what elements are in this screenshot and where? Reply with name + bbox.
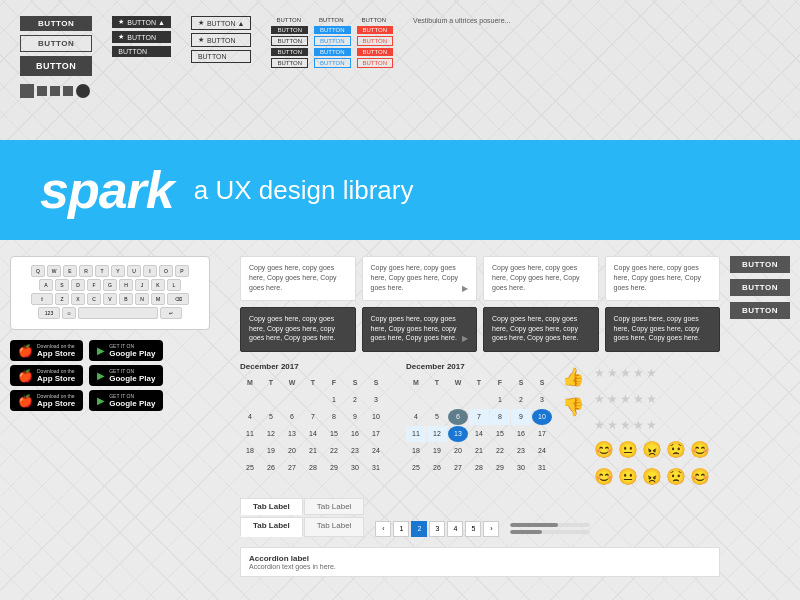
app-store-badge-3[interactable]: 🍎 Download on the App Store [10,390,83,411]
star3-1[interactable]: ★ [594,418,605,432]
page-next[interactable]: › [483,521,499,537]
key-j[interactable]: J [135,279,149,291]
cal2-18[interactable]: 18 [406,443,426,459]
cal2-3[interactable]: 3 [532,392,552,408]
outline-icon-button-3[interactable]: BUTTON [191,50,252,63]
key-p[interactable]: P [175,265,189,277]
cal2-19[interactable]: 19 [427,443,447,459]
key-s[interactable]: S [55,279,69,291]
key-i[interactable]: I [143,265,157,277]
cal2-28[interactable]: 28 [469,460,489,476]
cal-day-18[interactable]: 18 [240,443,260,459]
cal2-29[interactable]: 29 [490,460,510,476]
blue-btn-1[interactable]: BUTTON [314,26,351,34]
cal-day-25[interactable]: 25 [240,460,260,476]
red-outline-btn-2[interactable]: BUTTON [357,58,394,68]
key-k[interactable]: K [151,279,165,291]
cal-day-10[interactable]: 10 [366,409,386,425]
star3-2[interactable]: ★ [607,418,618,432]
cal2-17[interactable]: 17 [532,426,552,442]
cal-day-13[interactable]: 13 [282,426,302,442]
star-3[interactable]: ★ [620,366,631,380]
red-btn-2[interactable]: BUTTON [357,48,394,56]
blue-btn-2[interactable]: BUTTON [314,48,351,56]
key-t[interactable]: T [95,265,109,277]
dark-btn-1[interactable]: BUTTON [271,26,308,34]
emoji-neutral-2[interactable]: 😐 [618,467,638,486]
thumbs-down-icon[interactable]: 👎 [562,396,584,418]
star3-5[interactable]: ★ [646,418,657,432]
cal2-5[interactable]: 5 [427,409,447,425]
cal-day-7[interactable]: 7 [303,409,323,425]
star3-4[interactable]: ★ [633,418,644,432]
blue-outline-btn-1[interactable]: BUTTON [314,36,351,46]
cal2-2[interactable]: 2 [511,392,531,408]
key-y[interactable]: Y [111,265,125,277]
outline-btn-2[interactable]: BUTTON [271,58,308,68]
cal-day-23[interactable]: 23 [345,443,365,459]
star2-5[interactable]: ★ [646,392,657,406]
emoji-angry-1[interactable]: 😠 [642,440,662,459]
cal-day-28[interactable]: 28 [303,460,323,476]
key-r[interactable]: R [79,265,93,277]
tab-1[interactable]: Tab Label [240,498,303,515]
cal-day-29[interactable]: 29 [324,460,344,476]
cal-day-15[interactable]: 15 [324,426,344,442]
star2-4[interactable]: ★ [633,392,644,406]
cal-day-17[interactable]: 17 [366,426,386,442]
emoji-angry-2[interactable]: 😠 [642,467,662,486]
tab-2[interactable]: Tab Label [304,498,365,515]
key-u[interactable]: U [127,265,141,277]
cal-day-22[interactable]: 22 [324,443,344,459]
cal2-11[interactable]: 11 [406,426,426,442]
key-v[interactable]: V [103,293,117,305]
emoji-sad-2[interactable]: 😟 [666,467,686,486]
preview-button-2[interactable]: BUTTON [20,35,92,52]
star3-3[interactable]: ★ [620,418,631,432]
blue-outline-btn-2[interactable]: BUTTON [314,58,351,68]
cal2-27[interactable]: 27 [448,460,468,476]
cal-day-11[interactable]: 11 [240,426,260,442]
cal2-30[interactable]: 30 [511,460,531,476]
cal-day-19[interactable]: 19 [261,443,281,459]
key-d[interactable]: D [71,279,85,291]
right-btn-3[interactable]: BUTTON [730,302,790,319]
emoji-very-happy-1[interactable]: 😊 [690,440,710,459]
cal2-23[interactable]: 23 [511,443,531,459]
key-z[interactable]: Z [55,293,69,305]
star-2[interactable]: ★ [607,366,618,380]
cal2-15[interactable]: 15 [490,426,510,442]
page-5[interactable]: 5 [465,521,481,537]
key-m[interactable]: M [151,293,165,305]
key-space[interactable] [78,307,158,319]
icon-button-plain[interactable]: BUTTON [112,46,171,57]
emoji-neutral-1[interactable]: 😐 [618,440,638,459]
cal2-1[interactable]: 1 [490,392,510,408]
cal2-8[interactable]: 8 [490,409,510,425]
key-x[interactable]: X [71,293,85,305]
page-1[interactable]: 1 [393,521,409,537]
emoji-sad-1[interactable]: 😟 [666,440,686,459]
cal2-12[interactable]: 12 [427,426,447,442]
dark-btn-2[interactable]: BUTTON [271,48,308,56]
cal2-10[interactable]: 10 [532,409,552,425]
key-e[interactable]: E [63,265,77,277]
emoji-happy-2[interactable]: 😊 [594,467,614,486]
app-store-badge-1[interactable]: 🍎 Download on the App Store [10,340,83,361]
star2-2[interactable]: ★ [607,392,618,406]
cal-day-20[interactable]: 20 [282,443,302,459]
key-g[interactable]: G [103,279,117,291]
cal-day-27[interactable]: 27 [282,460,302,476]
cal2-16[interactable]: 16 [511,426,531,442]
app-store-badge-2[interactable]: 🍎 Download on the App Store [10,365,83,386]
cal2-24[interactable]: 24 [532,443,552,459]
page-prev[interactable]: ‹ [375,521,391,537]
cal-day-3[interactable]: 3 [366,392,386,408]
cal-day-21[interactable]: 21 [303,443,323,459]
cal2-26[interactable]: 26 [427,460,447,476]
emoji-happy-1[interactable]: 😊 [594,440,614,459]
cal-day-12[interactable]: 12 [261,426,281,442]
key-b[interactable]: B [119,293,133,305]
tab-4[interactable]: Tab Label [304,517,365,537]
preview-button-1[interactable]: BUTTON [20,16,92,31]
